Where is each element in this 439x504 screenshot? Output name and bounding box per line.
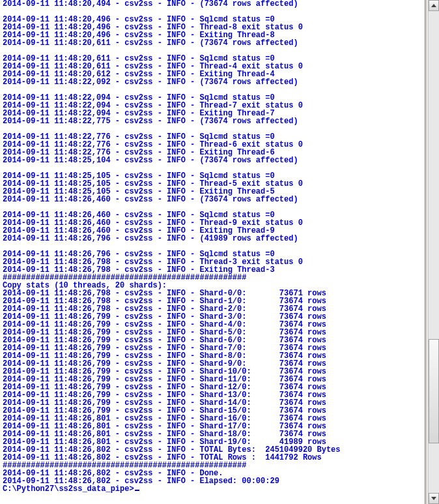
cursor [135,490,139,491]
scroll-down-button[interactable] [429,493,439,504]
console-window: 2014-09-11 11:48:20,494 - csv2ss - INFO … [0,0,439,504]
console-prompt-line[interactable]: C:\Python27\ss2ss_data_pipe> [3,485,422,493]
vertical-scrollbar[interactable] [428,0,439,504]
chevron-up-icon [431,4,436,7]
console-output: 2014-09-11 11:48:20,494 - csv2ss - INFO … [3,0,422,485]
scroll-up-button[interactable] [429,0,439,11]
console-viewport[interactable]: 2014-09-11 11:48:20,494 - csv2ss - INFO … [0,0,425,504]
prompt-text: C:\Python27\ss2ss_data_pipe> [3,484,134,494]
chevron-down-icon [431,497,436,500]
scrollbar-thumb[interactable] [429,339,439,443]
